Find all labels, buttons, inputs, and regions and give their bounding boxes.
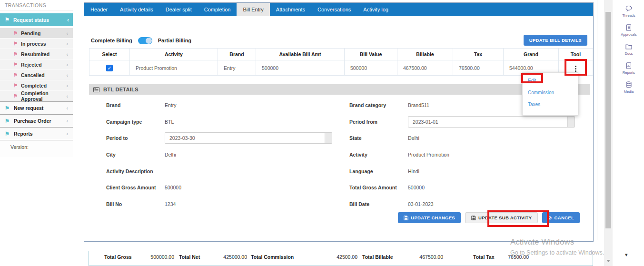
bill-table-row: ✓ Product Promotion Entry 500000 500000 …: [89, 60, 593, 76]
tab-activity-details[interactable]: Activity details: [114, 3, 159, 16]
field-value-total-gross-amount: 500000: [408, 185, 425, 190]
menu-item-commission[interactable]: Commission: [523, 87, 578, 99]
chevron-left-icon: ‹: [67, 105, 69, 111]
chevron-left-icon: ‹: [67, 62, 69, 68]
tab-attachments[interactable]: Attachments: [270, 3, 311, 16]
field-value-activity: Product Promotion: [408, 152, 449, 158]
page-down-arrow-icon[interactable]: ▾: [625, 252, 628, 258]
period-to-input[interactable]: [165, 132, 332, 144]
total-billable-value: 467500.00: [410, 254, 443, 260]
sidebar-item-new-request[interactable]: ⚑New request‹: [0, 102, 73, 114]
field-label-activity-description: Activity Description: [106, 168, 165, 174]
col-activity: Activity: [130, 49, 218, 60]
field-label-brand: Brand: [106, 102, 165, 108]
tab-activity-log[interactable]: Activity log: [357, 3, 395, 16]
flag-icon: ⚑: [13, 51, 18, 57]
chevron-left-icon: ‹: [67, 72, 69, 78]
sidebar-item-label: Completion Approval: [21, 90, 67, 102]
sidebar-item-cancelled[interactable]: ⚑Cancelled‹: [0, 70, 73, 80]
tab-dealer-split[interactable]: Dealer split: [159, 3, 198, 16]
total-commission-value: 42500.00: [303, 254, 357, 260]
chevron-left-icon: ‹: [67, 51, 69, 57]
field-value-campaign-type: BTL: [165, 119, 174, 125]
field-label-language: Language: [349, 168, 408, 174]
rail-item-media[interactable]: Media: [624, 81, 634, 94]
sidebar: TRANSACTIONS ⚑ Request status ‹ ⚑Pending…: [0, 0, 73, 157]
update-changes-button[interactable]: UPDATE CHANGES: [398, 212, 461, 223]
flag-icon: ⚑: [13, 41, 18, 46]
field-label-period-from: Period from: [349, 119, 408, 125]
save-icon: [471, 216, 476, 220]
tab-completion[interactable]: Completion: [198, 3, 237, 16]
sidebar-item-pending[interactable]: ⚑Pending‹: [0, 28, 73, 39]
save-icon: [404, 216, 408, 220]
tab-conversations[interactable]: Conversations: [311, 3, 357, 16]
field-label-brand-category: Brand category: [349, 102, 408, 108]
period-from-input[interactable]: [408, 116, 575, 128]
field-value-brand: Entry: [165, 102, 177, 108]
rail-label: Media: [624, 89, 634, 94]
col-tax: Tax: [453, 49, 504, 60]
field-label-city: City: [106, 152, 165, 158]
sidebar-item-resubmited[interactable]: ⚑Resubmited‹: [0, 49, 73, 59]
speech-bubble-icon: [625, 5, 633, 12]
panel-divider: [597, 0, 597, 240]
total-net-value: 425000.00: [222, 254, 247, 260]
cell-brand: Entry: [218, 60, 256, 76]
cell-billable: 467500.00: [397, 60, 453, 76]
cancel-button[interactable]: ⊘ CANCEL: [542, 212, 580, 223]
right-icon-rail: Threads Approvals Docs Reports Media: [614, 5, 644, 94]
update-bill-details-button[interactable]: UPDATE BILL DETAILS: [524, 35, 587, 46]
button-label: UPDATE SUB ACTIVITY: [478, 215, 532, 220]
report-chart-icon: [625, 62, 633, 69]
update-sub-activity-button[interactable]: UPDATE SUB ACTIVITY: [465, 212, 538, 223]
col-select: Select: [89, 49, 130, 60]
page: TRANSACTIONS ⚑ Request status ‹ ⚑Pending…: [0, 0, 644, 266]
date-picker-addon[interactable]: [567, 117, 575, 127]
bill-table: Select Activity Brand Available Bill Amt…: [89, 48, 593, 76]
rail-item-threads[interactable]: Threads: [622, 5, 635, 18]
field-label-activity: Activity: [349, 152, 408, 158]
rail-item-docs[interactable]: Docs: [624, 43, 633, 56]
date-picker-addon[interactable]: [325, 133, 332, 143]
scrollbar-thumb[interactable]: [605, 12, 611, 228]
sidebar-item-rejected[interactable]: ⚑Rejected‹: [0, 59, 73, 70]
button-label: UPDATE CHANGES: [411, 215, 455, 220]
menu-item-taxes[interactable]: Taxes: [523, 99, 578, 110]
btl-fields: BrandEntry Brand categoryBrand511 Campai…: [89, 97, 590, 212]
sidebar-item-completed[interactable]: ⚑Completed‹: [0, 80, 73, 91]
bill-table-header-row: Select Activity Brand Available Bill Amt…: [89, 49, 593, 60]
toggle-knob-icon: [146, 38, 152, 44]
sidebar-item-reports[interactable]: ⚑Reports‹: [0, 128, 73, 140]
sidebar-item-purchase-order[interactable]: ⚑Purchase Order‹: [0, 115, 73, 127]
tab-bill-entry[interactable]: Bill Entry: [237, 3, 269, 16]
total-tax-label: Total Tax: [473, 254, 502, 260]
field-label-total-gross-amount: Total Gross Amount: [349, 185, 408, 190]
chevron-left-icon: ‹: [67, 83, 69, 89]
scrollbar-down-arrow-icon[interactable]: [606, 260, 610, 262]
document-list-icon: [625, 24, 633, 31]
sidebar-item-label: Reports: [14, 131, 33, 137]
sidebar-item-completion-approval[interactable]: ⚑Completion Approval‹: [0, 91, 73, 101]
tool-dropdown-menu: Edit Commission Taxes: [522, 72, 578, 116]
field-value-language: Hindi: [408, 168, 419, 174]
vertical-scrollbar[interactable]: [604, 0, 613, 266]
col-available-bill-amt: Available Bill Amt: [256, 49, 345, 60]
partial-billing-label: Partial Billing: [158, 38, 191, 43]
rail-label: Approvals: [621, 32, 636, 37]
flag-icon: ⚑: [13, 72, 18, 78]
sidebar-item-request-status[interactable]: ⚑ Request status ‹: [0, 13, 73, 26]
tab-header[interactable]: Header: [84, 3, 114, 16]
billing-toggle-row: Complete Billing Partial Billing: [91, 32, 586, 49]
col-tool: Tool: [559, 49, 593, 60]
menu-item-edit[interactable]: Edit: [523, 75, 578, 87]
row-select-checkbox[interactable]: ✓: [106, 65, 113, 71]
rail-label: Reports: [623, 70, 635, 75]
rail-item-approvals[interactable]: Approvals: [621, 24, 636, 37]
total-tax-value: 76500.00: [502, 254, 529, 260]
sidebar-item-in-process[interactable]: ⚑In process‹: [0, 39, 73, 49]
card-icon: [93, 87, 99, 92]
rail-item-reports[interactable]: Reports: [623, 62, 635, 75]
field-value-city: Delhi: [165, 152, 176, 158]
billing-toggle[interactable]: [138, 37, 152, 44]
